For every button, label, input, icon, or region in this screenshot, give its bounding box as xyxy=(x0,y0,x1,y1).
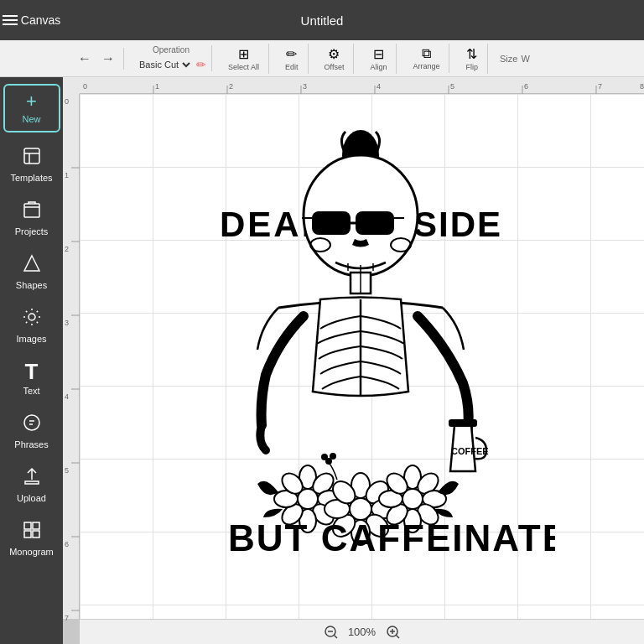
templates-icon xyxy=(22,146,42,169)
main-area: + New Templates Projects xyxy=(0,77,644,644)
svg-text:BUT CAFFEINATED: BUT CAFFEINATED xyxy=(228,517,555,558)
svg-text:3: 3 xyxy=(303,82,307,91)
phrases-icon xyxy=(22,413,42,436)
offset-group: ⚙ Offset xyxy=(315,44,355,74)
upload-label: Upload xyxy=(17,493,46,503)
edit-group: ✏ Edit xyxy=(276,44,309,74)
select-all-group: ⊞ Select All xyxy=(219,44,269,74)
svg-rect-0 xyxy=(24,148,39,164)
svg-text:5: 5 xyxy=(450,82,454,91)
sidebar-item-new[interactable]: + New xyxy=(3,84,60,132)
svg-marker-2 xyxy=(24,256,39,271)
sidebar-item-shapes[interactable]: Shapes xyxy=(3,247,60,297)
svg-text:0: 0 xyxy=(65,97,69,106)
arrange-button[interactable]: ⧉ Arrange xyxy=(408,44,444,73)
ruler-left: 0 1 2 3 4 5 6 7 xyxy=(63,94,80,619)
offset-button[interactable]: ⚙ Offset xyxy=(320,44,349,74)
monogram-label: Monogram xyxy=(9,547,54,557)
top-bar: Canvas Untitled xyxy=(0,0,644,40)
sidebar-item-phrases[interactable]: Phrases xyxy=(3,406,60,456)
offset-label: Offset xyxy=(325,63,345,71)
svg-point-90 xyxy=(321,454,328,460)
zoom-level: 100% xyxy=(345,626,379,638)
shapes-label: Shapes xyxy=(16,280,47,290)
undo-redo-group: ← → xyxy=(70,48,124,70)
bottom-bar: 100% xyxy=(80,619,644,644)
align-label: Align xyxy=(370,63,387,71)
redo-button[interactable]: → xyxy=(98,48,118,70)
size-field-label: W xyxy=(521,54,529,64)
sidebar-item-templates[interactable]: Templates xyxy=(3,139,60,190)
svg-text:6: 6 xyxy=(65,540,69,548)
flip-label: Flip xyxy=(465,63,478,71)
select-all-button[interactable]: ⊞ Select All xyxy=(224,44,263,74)
size-group: Size W xyxy=(495,54,535,64)
toolbar: ← → Operation Basic Cut ✏ ⊞ Select All ✏… xyxy=(0,40,644,77)
operation-select[interactable]: Basic Cut xyxy=(136,59,193,70)
upload-icon xyxy=(22,466,42,490)
sidebar: + New Templates Projects xyxy=(0,77,63,644)
align-group: ⊟ Align xyxy=(361,44,397,74)
svg-rect-57 xyxy=(449,419,477,427)
document-title: Untitled xyxy=(301,13,344,28)
svg-line-97 xyxy=(396,635,399,638)
operation-group: Operation Basic Cut ✏ xyxy=(131,45,212,71)
sidebar-item-projects[interactable]: Projects xyxy=(3,193,60,243)
svg-line-94 xyxy=(334,635,337,638)
svg-rect-8 xyxy=(33,531,39,538)
text-label: Text xyxy=(23,386,39,396)
svg-rect-1 xyxy=(24,204,39,217)
zoom-minus-button[interactable] xyxy=(324,625,339,640)
ruler-top: 0 1 2 3 4 5 6 7 8 xyxy=(80,77,644,94)
canvas-label: Canvas xyxy=(21,13,60,27)
svg-rect-5 xyxy=(24,522,31,529)
svg-text:4: 4 xyxy=(377,82,381,91)
zoom-plus-button[interactable] xyxy=(386,625,401,640)
design-svg: DEAD INSIDE xyxy=(169,98,555,568)
images-icon xyxy=(22,307,42,330)
align-button[interactable]: ⊟ Align xyxy=(366,44,391,74)
svg-point-43 xyxy=(347,132,374,152)
flip-button[interactable]: ⇅ Flip xyxy=(461,44,482,74)
plus-icon: + xyxy=(26,92,37,111)
undo-button[interactable]: ← xyxy=(75,48,95,70)
sidebar-item-text[interactable]: T Text xyxy=(3,354,60,402)
svg-text:5: 5 xyxy=(65,466,69,475)
ruler-corner xyxy=(63,77,80,94)
sidebar-item-images[interactable]: Images xyxy=(3,300,60,351)
svg-text:2: 2 xyxy=(65,245,69,253)
monogram-icon xyxy=(22,520,42,543)
svg-text:6: 6 xyxy=(524,82,528,91)
templates-label: Templates xyxy=(10,173,52,183)
svg-text:8: 8 xyxy=(640,82,644,91)
text-icon: T xyxy=(25,361,39,382)
shapes-icon xyxy=(22,253,42,277)
projects-label: Projects xyxy=(15,226,49,236)
svg-text:7: 7 xyxy=(598,82,602,91)
canvas-with-rulers: 0 1 2 3 4 5 6 7 8 xyxy=(63,77,644,644)
svg-rect-7 xyxy=(24,531,31,538)
select-all-label: Select All xyxy=(228,63,259,71)
edit-label: Edit xyxy=(285,63,299,71)
flip-group: ⇅ Flip xyxy=(456,44,488,74)
canvas-grid[interactable]: DEAD INSIDE xyxy=(80,94,644,619)
svg-text:7: 7 xyxy=(65,614,69,622)
svg-point-3 xyxy=(29,314,35,320)
sidebar-item-upload[interactable]: Upload xyxy=(3,460,60,510)
edit-button[interactable]: ✏ Edit xyxy=(281,44,303,74)
hamburger-icon xyxy=(3,15,18,25)
menu-button[interactable]: Canvas xyxy=(0,13,63,27)
svg-point-4 xyxy=(24,415,39,430)
edit-pencil-icon: ✏ xyxy=(196,58,206,71)
canvas-area: 0 1 2 3 4 5 6 7 8 xyxy=(63,77,644,644)
sidebar-item-monogram[interactable]: Monogram xyxy=(3,513,60,564)
svg-text:1: 1 xyxy=(155,82,159,91)
svg-text:4: 4 xyxy=(65,392,69,401)
svg-text:COFFEE: COFFEE xyxy=(451,446,489,456)
projects-icon xyxy=(22,200,42,223)
arrange-label: Arrange xyxy=(413,62,439,70)
svg-text:3: 3 xyxy=(65,319,69,327)
svg-text:0: 0 xyxy=(83,82,87,91)
size-label: Size xyxy=(500,54,517,64)
svg-point-91 xyxy=(330,453,336,460)
